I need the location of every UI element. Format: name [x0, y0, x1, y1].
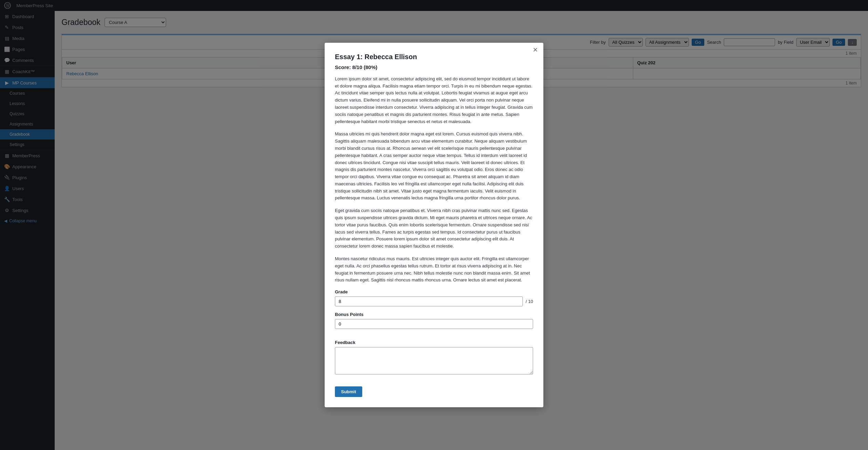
bonus-input[interactable] — [335, 319, 533, 329]
grade-section: Grade / 10 — [335, 289, 533, 306]
submit-button[interactable]: Submit — [335, 386, 362, 397]
essay-paragraph-1: Lorem ipsum dolor sit amet, consectetur … — [335, 76, 533, 125]
essay-paragraph-3: Eget gravida cum sociis natoque penatibu… — [335, 207, 533, 250]
modal-title: Essay 1: Rebecca Ellison — [335, 53, 533, 61]
feedback-textarea[interactable] — [335, 347, 533, 374]
feedback-label: Feedback — [335, 340, 533, 345]
grade-input[interactable] — [335, 296, 523, 306]
grade-label: Grade — [335, 289, 533, 294]
grade-row: / 10 — [335, 296, 533, 306]
essay-modal: ✕ Essay 1: Rebecca Ellison Score: 8/10 (… — [325, 43, 543, 408]
feedback-section: Feedback — [335, 340, 533, 381]
bonus-section: Bonus Points — [335, 312, 533, 334]
modal-close-button[interactable]: ✕ — [533, 47, 538, 53]
essay-text-3: Eget gravida cum sociis natoque penatibu… — [335, 207, 533, 250]
modal-score: Score: 8/10 (80%) — [335, 64, 533, 70]
essay-text-1: Lorem ipsum dolor sit amet, consectetur … — [335, 76, 533, 125]
bonus-label: Bonus Points — [335, 312, 533, 317]
grade-max: / 10 — [526, 299, 533, 304]
essay-paragraph-4: Montes nascetur ridiculus mus mauris. Es… — [335, 255, 533, 284]
essay-text-4: Montes nascetur ridiculus mus mauris. Es… — [335, 255, 533, 284]
essay-paragraph-2: Massa ultricies mi quis hendrerit dolor … — [335, 131, 533, 202]
essay-text-2: Massa ultricies mi quis hendrerit dolor … — [335, 131, 533, 202]
modal-overlay[interactable]: ✕ Essay 1: Rebecca Ellison Score: 8/10 (… — [0, 0, 868, 450]
